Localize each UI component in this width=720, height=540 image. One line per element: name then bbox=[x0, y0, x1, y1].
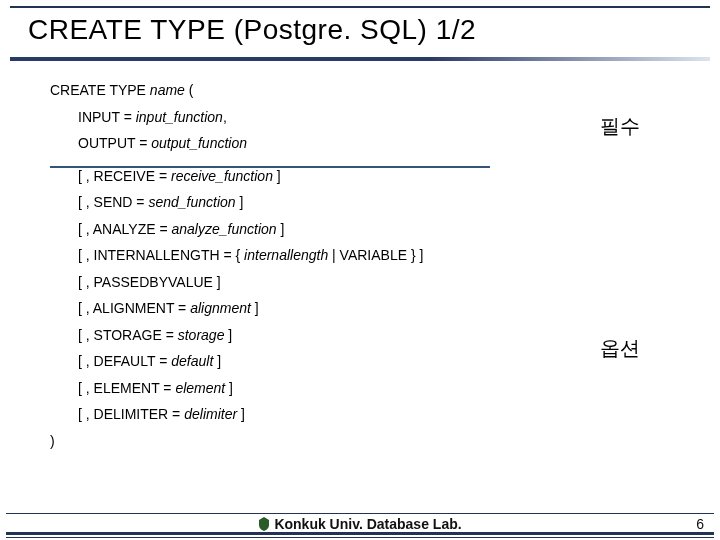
opt-prefix: [ , PASSEDBYVALUE ] bbox=[78, 274, 221, 290]
footer-text: Konkuk Univ. Database Lab. bbox=[274, 516, 461, 532]
opt-suffix: ] bbox=[277, 221, 285, 237]
content-block: CREATE TYPE name ( INPUT = input_functio… bbox=[50, 82, 670, 459]
opt-suffix: | VARIABLE } ] bbox=[328, 247, 423, 263]
req-param: input_function bbox=[136, 109, 223, 125]
opt-param: delimiter bbox=[184, 406, 237, 422]
req-param: output_function bbox=[151, 135, 247, 151]
req-suffix: , bbox=[223, 109, 227, 125]
opt-param: default bbox=[171, 353, 213, 369]
opt-param: storage bbox=[178, 327, 225, 343]
required-underline bbox=[50, 166, 490, 168]
option-line: [ , RECEIVE = receive_function ] bbox=[78, 168, 670, 186]
opt-prefix: [ , INTERNALLENGTH = { bbox=[78, 247, 244, 263]
footer-divider-thin bbox=[6, 537, 714, 538]
footer-divider-top bbox=[6, 513, 714, 514]
option-line: [ , SEND = send_function ] bbox=[78, 194, 670, 212]
option-line: [ , ELEMENT = element ] bbox=[78, 380, 670, 398]
opt-param: element bbox=[175, 380, 225, 396]
title-underline bbox=[10, 57, 710, 61]
opt-prefix: [ , ALIGNMENT = bbox=[78, 300, 190, 316]
opt-prefix: [ , ELEMENT = bbox=[78, 380, 175, 396]
footer-text-wrap: Konkuk Univ. Database Lab. bbox=[0, 516, 720, 532]
university-logo-icon bbox=[258, 517, 270, 531]
opt-param: internallength bbox=[244, 247, 328, 263]
opt-param: send_function bbox=[148, 194, 235, 210]
close-paren: ) bbox=[50, 433, 670, 451]
page-number: 6 bbox=[696, 516, 704, 532]
opt-suffix: ] bbox=[225, 380, 233, 396]
opt-param: alignment bbox=[190, 300, 251, 316]
option-line: [ , DEFAULT = default ] bbox=[78, 353, 670, 371]
opt-param: receive_function bbox=[171, 168, 273, 184]
option-line: [ , ALIGNMENT = alignment ] bbox=[78, 300, 670, 318]
top-divider bbox=[10, 6, 710, 8]
opt-prefix: [ , DELIMITER = bbox=[78, 406, 184, 422]
opt-param: analyze_function bbox=[172, 221, 277, 237]
option-line: [ , DELIMITER = delimiter ] bbox=[78, 406, 670, 424]
footer: Konkuk Univ. Database Lab. 6 bbox=[0, 506, 720, 540]
opt-suffix: ] bbox=[273, 168, 281, 184]
opt-prefix: [ , DEFAULT = bbox=[78, 353, 171, 369]
opt-prefix: [ , RECEIVE = bbox=[78, 168, 171, 184]
required-group: INPUT = input_function, OUTPUT = output_… bbox=[50, 109, 670, 153]
opt-suffix: ] bbox=[237, 406, 245, 422]
req-prefix: INPUT = bbox=[78, 109, 136, 125]
option-line: [ , STORAGE = storage ] bbox=[78, 327, 670, 345]
option-line: [ , ANALYZE = analyze_function ] bbox=[78, 221, 670, 239]
page-title: CREATE TYPE (Postgre. SQL) 1/2 bbox=[28, 14, 476, 46]
opt-prefix: [ , ANALYZE = bbox=[78, 221, 172, 237]
footer-divider-thick bbox=[6, 532, 714, 535]
req-prefix: OUTPUT = bbox=[78, 135, 151, 151]
option-line: [ , PASSEDBYVALUE ] bbox=[78, 274, 670, 292]
slide: CREATE TYPE (Postgre. SQL) 1/2 필수 옵션 CRE… bbox=[0, 0, 720, 540]
statement-open: CREATE TYPE bbox=[50, 82, 146, 98]
opt-suffix: ] bbox=[213, 353, 221, 369]
opt-prefix: [ , SEND = bbox=[78, 194, 148, 210]
opt-suffix: ] bbox=[224, 327, 232, 343]
required-line: OUTPUT = output_function bbox=[78, 135, 670, 153]
opt-suffix: ] bbox=[236, 194, 244, 210]
option-line: [ , INTERNALLENGTH = { internallength | … bbox=[78, 247, 670, 265]
name-placeholder: name bbox=[150, 82, 185, 98]
opt-prefix: [ , STORAGE = bbox=[78, 327, 178, 343]
open-paren: ( bbox=[189, 82, 194, 98]
required-line: INPUT = input_function, bbox=[78, 109, 670, 127]
opt-suffix: ] bbox=[251, 300, 259, 316]
statement-open-line: CREATE TYPE name ( bbox=[50, 82, 670, 100]
